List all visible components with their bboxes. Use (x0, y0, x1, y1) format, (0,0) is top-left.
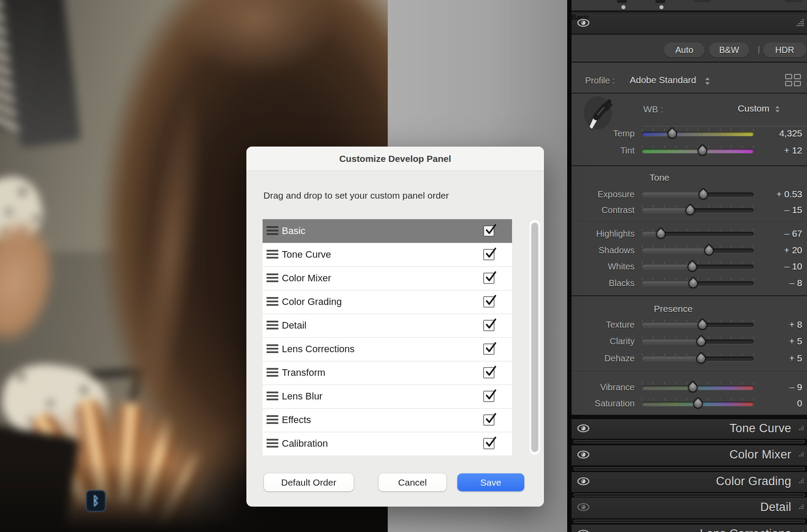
blacks-slider[interactable] (642, 281, 754, 286)
whites-slider-knob[interactable] (685, 260, 699, 273)
dialog-row-transform[interactable]: Transform (263, 361, 512, 385)
highlights-slider[interactable] (642, 232, 754, 236)
white-balance-eyedropper-icon[interactable] (582, 94, 614, 133)
save-button[interactable]: Save (457, 473, 524, 491)
toggle-b-w[interactable]: B&W (709, 42, 749, 57)
checkbox-transform[interactable] (483, 367, 495, 378)
vibrance-value[interactable]: – 9 (789, 382, 802, 392)
dialog-row-color-grading[interactable]: Color Grading (263, 290, 512, 314)
contrast-value[interactable]: – 15 (784, 205, 802, 215)
temp-slider-knob[interactable] (665, 127, 679, 140)
dialog-row-color-mixer[interactable]: Color Mixer (263, 266, 512, 290)
panel-title: Color Mixer (730, 448, 791, 462)
highlights-slider-knob[interactable] (654, 227, 667, 241)
checkbox-tone-curve[interactable] (483, 249, 495, 260)
tint-value[interactable]: + 12 (784, 145, 802, 156)
dialog-row-detail[interactable]: Detail (263, 314, 512, 337)
clipping-dot[interactable] (621, 5, 625, 9)
checkbox-basic[interactable] (483, 225, 495, 237)
eye-icon[interactable] (577, 19, 589, 29)
exposure-value[interactable]: + 0.53 (776, 189, 802, 200)
exposure-slider-knob[interactable] (696, 188, 710, 201)
toggle-hdr[interactable]: HDR (763, 42, 807, 57)
drag-handle-icon[interactable] (267, 297, 278, 307)
checkbox-calibration[interactable] (483, 438, 495, 449)
dialog-row-calibration[interactable]: Calibration (263, 432, 512, 455)
drag-handle-icon[interactable] (267, 368, 278, 378)
panel-header-tone-curve[interactable]: Tone Curve (572, 418, 807, 440)
dehaze-value[interactable]: + 5 (789, 353, 802, 364)
panel-header-color-grading[interactable]: Color Grading (572, 471, 807, 493)
whites-value[interactable]: – 10 (784, 261, 802, 272)
panel-header-basic[interactable]: Basic (572, 14, 807, 35)
drag-handle-icon[interactable] (267, 439, 278, 448)
checkbox-color-mixer[interactable] (483, 273, 495, 284)
texture-slider[interactable] (642, 323, 754, 327)
exposure-slider[interactable] (642, 192, 754, 197)
shadows-slider[interactable] (642, 248, 754, 253)
highlights-value[interactable]: – 67 (784, 228, 802, 239)
panel-header-lens-corrections[interactable]: Lens Corrections (572, 524, 807, 532)
drag-handle-icon[interactable] (267, 321, 278, 330)
shadows-value[interactable]: + 20 (784, 245, 802, 256)
dehaze-slider-knob[interactable] (694, 352, 708, 365)
eye-icon[interactable] (577, 424, 589, 434)
panel-disclosure-dots-icon[interactable] (798, 452, 804, 459)
saturation-slider[interactable] (642, 402, 754, 406)
wb-dropdown[interactable]: Custom (738, 103, 769, 114)
contrast-slider-knob[interactable] (683, 203, 697, 217)
checkbox-detail[interactable] (483, 320, 495, 331)
clarity-slider[interactable] (642, 340, 754, 344)
clipping-dot[interactable] (660, 5, 663, 9)
temp-slider[interactable] (642, 132, 754, 136)
whites-slider[interactable] (642, 265, 754, 269)
dehaze-slider[interactable] (642, 357, 754, 361)
panel-disclosure-dots-icon[interactable] (798, 504, 804, 512)
dialog-row-lens-blur[interactable]: Lens Blur (263, 385, 512, 408)
profile-updown-icon[interactable] (705, 77, 710, 87)
panel-header-color-mixer[interactable]: Color Mixer (572, 444, 807, 466)
wb-updown-icon[interactable] (775, 105, 780, 115)
dialog-row-effects[interactable]: Effects (263, 408, 512, 432)
drag-handle-icon[interactable] (267, 344, 278, 354)
saturation-value[interactable]: 0 (797, 398, 802, 409)
saturation-slider-knob[interactable] (691, 397, 705, 410)
drag-handle-icon[interactable] (267, 415, 278, 425)
drag-handle-icon[interactable] (267, 250, 278, 259)
dialog-row-basic[interactable]: Basic (263, 219, 512, 243)
profile-browser-grid-icon[interactable] (785, 74, 801, 88)
panel-header-detail[interactable]: Detail (572, 497, 807, 519)
eye-icon[interactable] (577, 477, 589, 487)
checkbox-color-grading[interactable] (483, 296, 495, 308)
drag-handle-icon[interactable] (267, 226, 278, 236)
tint-slider[interactable] (642, 149, 754, 153)
drag-handle-icon[interactable] (267, 392, 278, 401)
clarity-value[interactable]: + 5 (789, 336, 802, 346)
eye-icon[interactable] (577, 530, 589, 532)
eye-icon[interactable] (577, 451, 589, 461)
vibrance-slider[interactable] (642, 385, 754, 390)
panel-title: Tone Curve (730, 422, 791, 435)
checkbox-lens-blur[interactable] (483, 391, 495, 402)
dialog-row-tone-curve[interactable]: Tone Curve (263, 243, 512, 266)
list-scrollbar[interactable] (529, 219, 540, 455)
scrollbar-thumb[interactable] (531, 223, 538, 452)
cancel-button[interactable]: Cancel (379, 473, 446, 491)
default-order-button[interactable]: Default Order (264, 473, 354, 491)
drag-handle-icon[interactable] (267, 273, 278, 283)
panel-disclosure-dots-icon[interactable] (798, 425, 804, 433)
panel-disclosure-dots-icon[interactable] (796, 19, 804, 28)
contrast-slider[interactable] (642, 208, 754, 213)
profile-dropdown[interactable]: Adobe Standard (630, 75, 696, 85)
checkbox-effects[interactable] (483, 414, 495, 426)
shadows-slider-knob[interactable] (702, 244, 716, 257)
panel-disclosure-dots-icon[interactable] (798, 478, 804, 486)
checkbox-lens-corrections[interactable] (483, 343, 495, 355)
toggle-auto[interactable]: Auto (664, 42, 705, 57)
dialog-row-lens-corrections[interactable]: Lens Corrections (263, 337, 512, 361)
temp-value[interactable]: 4,325 (779, 128, 802, 139)
clarity-slider-knob[interactable] (694, 335, 708, 348)
blacks-value[interactable]: – 8 (789, 278, 802, 288)
eye-icon[interactable] (577, 503, 589, 513)
texture-value[interactable]: + 8 (789, 319, 802, 330)
